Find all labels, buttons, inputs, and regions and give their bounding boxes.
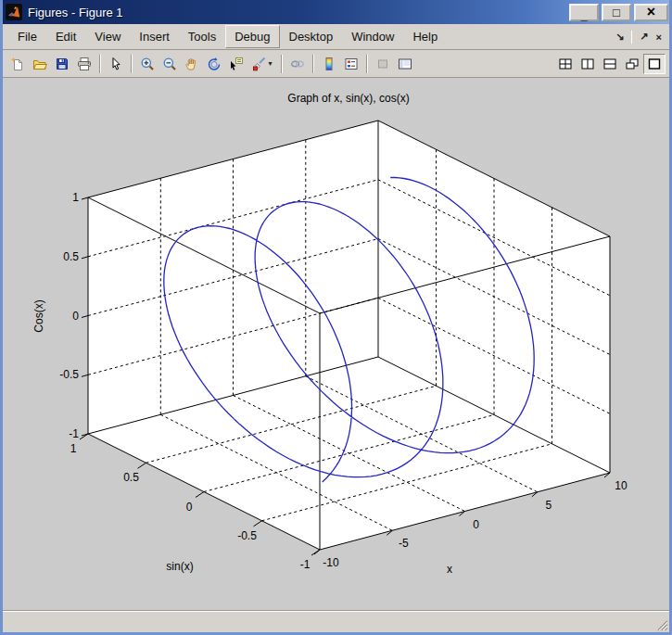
menu-item-insert[interactable]: Insert (130, 25, 179, 48)
brush-button[interactable]: ▾ (247, 54, 277, 74)
menu-item-debug[interactable]: Debug (225, 25, 279, 48)
minimize-icon: _ (580, 9, 587, 21)
plot-title: Graph of x, sin(x), cos(x) (287, 92, 409, 105)
z-tick-label: 1 (72, 191, 79, 204)
toolbar-separator (99, 55, 101, 73)
window-title: Figures - Figure 1 (28, 6, 123, 19)
toolbar: ▾ (3, 50, 669, 78)
print-figure-button[interactable] (73, 54, 95, 74)
save-figure-button[interactable] (51, 54, 73, 74)
menu-corner-controls: ↘↗× (615, 31, 664, 44)
plot-axes-3d[interactable]: -10-5051010.50-0.5-110.50-0.5-1Graph of … (3, 78, 669, 610)
insert-legend-icon (344, 57, 359, 71)
insert-colorbar-button[interactable] (318, 54, 340, 74)
close-figures-icon[interactable]: × (656, 32, 662, 43)
link-plot-icon (290, 57, 305, 71)
y-tick-label: 0 (186, 501, 193, 514)
resize-grip-icon[interactable] (655, 618, 668, 631)
close-button[interactable]: × (634, 4, 668, 21)
z-tick-label: -0.5 (59, 368, 79, 381)
layout-maximize-button[interactable] (643, 54, 666, 74)
data-cursor-icon (229, 57, 244, 71)
rotate-3d-button[interactable] (203, 54, 225, 74)
x-tick-label: -10 (323, 556, 339, 569)
layout-float-button[interactable] (621, 54, 643, 74)
layout-columns-button[interactable] (577, 54, 599, 74)
figure-canvas: -10-5051010.50-0.5-110.50-0.5-1Graph of … (3, 78, 669, 610)
menu-corner-separator (631, 31, 632, 44)
zoom-out-button[interactable] (158, 54, 181, 74)
new-figure-icon (10, 57, 25, 71)
hide-plot-tools-button[interactable] (372, 54, 394, 74)
y-tick-label: 1 (70, 442, 77, 455)
zoom-in-icon (140, 57, 155, 71)
zoom-in-button[interactable] (136, 54, 158, 74)
show-plot-tools-button[interactable] (394, 54, 416, 74)
z-axis-label: Cos(x) (32, 299, 45, 332)
title-bar[interactable]: Figures - Figure 1 _□× (0, 0, 672, 24)
status-bar (3, 610, 669, 632)
layout-float-icon (625, 57, 640, 71)
menu-bar: FileEditViewInsertToolsDebugDesktopWindo… (3, 24, 669, 50)
close-icon: × (647, 5, 655, 19)
x-tick-label: -5 (399, 537, 409, 550)
layout-grid-button[interactable] (554, 54, 577, 74)
toolbar-separator (366, 55, 368, 73)
minimize-button[interactable]: _ (569, 4, 599, 21)
y-tick-label: 0.5 (123, 471, 139, 484)
maximize-button[interactable]: □ (602, 4, 631, 21)
menu-item-help[interactable]: Help (403, 25, 447, 48)
y-axis-label: sin(x) (166, 560, 193, 573)
layout-maximize-icon (647, 57, 662, 71)
layout-rows-button[interactable] (599, 54, 621, 74)
data-cursor-button[interactable] (225, 54, 247, 74)
menu-item-desktop[interactable]: Desktop (280, 25, 343, 48)
toolbar-layout-group (554, 54, 666, 74)
open-file-button[interactable] (29, 54, 51, 74)
undock-figure-icon[interactable]: ↗ (640, 31, 648, 43)
layout-rows-icon (602, 57, 617, 71)
insert-legend-button[interactable] (340, 54, 362, 74)
x-axis-label: x (447, 563, 452, 576)
hide-plot-tools-icon (375, 57, 390, 71)
menu-item-view[interactable]: View (85, 25, 130, 48)
new-figure-button[interactable] (6, 54, 29, 74)
open-folder-icon (32, 57, 47, 71)
y-tick-label: -0.5 (237, 529, 257, 542)
pan-icon (184, 57, 199, 71)
edit-plot-button[interactable] (105, 54, 127, 74)
x-tick-label: 10 (615, 479, 628, 492)
toolbar-separator (281, 55, 283, 73)
z-tick-label: 0 (72, 310, 79, 323)
menu-item-tools[interactable]: Tools (179, 25, 225, 48)
insert-colorbar-icon (322, 57, 336, 71)
maximize-icon: □ (613, 6, 620, 19)
matlab-icon (6, 4, 22, 20)
menu-item-edit[interactable]: Edit (46, 25, 85, 48)
dropdown-caret-icon[interactable]: ▾ (268, 59, 272, 68)
rotate-3d-icon (207, 57, 222, 71)
pan-button[interactable] (181, 54, 203, 74)
menu-item-window[interactable]: Window (342, 25, 403, 48)
menu-item-file[interactable]: File (8, 25, 46, 48)
layout-grid-icon (558, 57, 573, 71)
save-icon (55, 57, 70, 71)
link-plot-button[interactable] (286, 54, 309, 74)
layout-columns-icon (580, 57, 595, 71)
z-tick-label: -1 (69, 427, 79, 440)
pointer-icon (108, 57, 123, 71)
zoom-out-icon (162, 57, 177, 71)
show-plot-tools-icon (398, 57, 412, 71)
window-controls: _□× (569, 4, 668, 21)
toolbar-separator (131, 55, 133, 73)
z-tick-label: 0.5 (63, 250, 79, 263)
x-tick-label: 0 (473, 518, 479, 531)
x-tick-label: 5 (545, 499, 552, 512)
brush-icon (252, 57, 267, 71)
figure-window: Figures - Figure 1 _□× FileEditViewInser… (0, 0, 672, 635)
toolbar-separator (312, 55, 314, 73)
print-icon (77, 57, 92, 71)
y-tick-label: -1 (300, 558, 311, 571)
dock-figure-icon[interactable]: ↘ (615, 31, 624, 43)
